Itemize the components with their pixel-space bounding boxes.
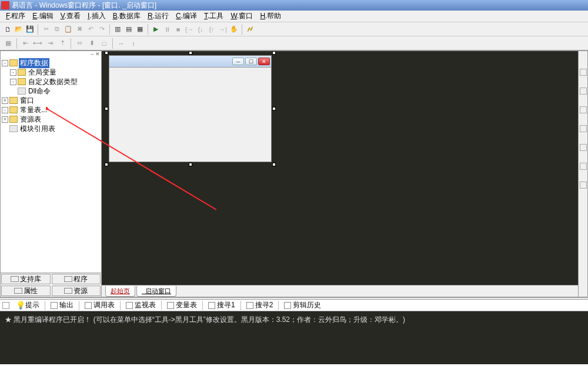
pause-icon[interactable]: ⏸ — [162, 24, 172, 35]
step-out-icon[interactable]: {↑ — [206, 24, 217, 35]
tab-variables[interactable]: 变量表 — [163, 300, 201, 311]
cut-icon[interactable]: ✂ — [41, 24, 51, 35]
expand-icon[interactable]: - — [10, 79, 16, 85]
breakpoint-icon[interactable]: ✋ — [229, 24, 239, 35]
tab-search1[interactable]: 搜寻1 — [204, 300, 239, 311]
step-into-icon[interactable]: {↓ — [195, 24, 206, 35]
open-icon[interactable]: 📂 — [14, 24, 24, 35]
tree-item[interactable]: -全局变量 — [2, 68, 100, 77]
center-vertical-icon[interactable]: ↕ — [128, 38, 139, 49]
tree-item[interactable]: -自定义数据类型 — [2, 77, 100, 86]
goto-icon[interactable]: →| — [218, 24, 228, 35]
layout2-icon[interactable]: ▤ — [123, 24, 134, 35]
grid-icon[interactable]: ▦ — [2, 38, 14, 49]
design-editor[interactable]: ─ ☐ ✕ 起始页 _启动窗口 — [102, 51, 579, 297]
tab-output[interactable]: 输出 — [46, 300, 78, 311]
same-width-icon[interactable]: ⬄ — [74, 38, 85, 49]
tool-icon[interactable] — [580, 163, 587, 170]
clip-icon — [284, 302, 291, 309]
paste-icon[interactable]: 📋 — [63, 24, 74, 35]
separator — [112, 38, 113, 49]
same-size-icon[interactable]: □ — [98, 38, 110, 49]
separator — [45, 301, 45, 310]
menu-help[interactable]: H.帮助 — [256, 11, 285, 21]
tab-launch-window[interactable]: _启动窗口 — [136, 286, 176, 297]
tab-start-page[interactable]: 起始页 — [105, 286, 135, 297]
align-center-icon[interactable]: ⟷ — [32, 38, 44, 49]
maximize-icon[interactable]: ☐ — [245, 58, 257, 65]
knowledge-icon[interactable]: 🗲 — [245, 24, 255, 35]
expand-icon[interactable]: + — [2, 116, 8, 123]
layout3-icon[interactable]: ▦ — [135, 24, 145, 35]
form-canvas[interactable] — [109, 68, 271, 162]
redo-icon[interactable]: ↷ — [96, 24, 107, 35]
tab-watch[interactable]: 监视表 — [122, 300, 160, 311]
menu-edit[interactable]: E.编辑 — [29, 11, 56, 21]
menu-window[interactable]: W.窗口 — [227, 11, 256, 21]
tab-clipboard[interactable]: 剪辑历史 — [280, 300, 325, 311]
form-designer[interactable]: ─ ☐ ✕ — [106, 53, 274, 164]
stop-icon[interactable]: ■ — [173, 24, 183, 35]
tree-item[interactable]: +资源表 — [2, 115, 100, 124]
expand-icon[interactable]: - — [2, 107, 8, 113]
panel-close-icon[interactable]: – ✕ — [1, 51, 101, 57]
menu-view[interactable]: V.查看 — [57, 11, 84, 21]
tree-item[interactable]: -常量表... — [2, 105, 100, 115]
undo-icon[interactable]: ↶ — [85, 24, 96, 35]
align-right-icon[interactable]: ⇥ — [44, 38, 56, 49]
new-icon[interactable]: 🗋 — [2, 24, 13, 35]
tab-support-lib[interactable]: 支持库 — [1, 274, 51, 284]
minimize-icon[interactable]: ─ — [232, 58, 244, 65]
search-icon — [246, 302, 253, 309]
tree-item[interactable]: Dll命令 — [2, 86, 100, 96]
tab-tips[interactable]: 💡提示 — [12, 300, 44, 311]
layout1-icon[interactable]: ▥ — [112, 24, 123, 35]
tab-properties[interactable]: 属性 — [1, 286, 51, 296]
separator — [120, 301, 121, 310]
pin-icon[interactable] — [2, 302, 9, 309]
editor-tabs: 起始页 _启动窗口 — [102, 285, 578, 297]
separator — [242, 24, 242, 35]
save-icon[interactable]: 💾 — [25, 24, 35, 35]
copy-icon[interactable]: ⧉ — [52, 24, 62, 35]
book-icon — [11, 276, 19, 282]
tab-resources[interactable]: 资源 — [52, 286, 101, 296]
expand-icon[interactable]: + — [2, 98, 8, 104]
menu-program[interactable]: F.程序 — [2, 11, 29, 21]
separator — [16, 38, 17, 49]
tool-icon[interactable] — [580, 106, 587, 113]
align-left-icon[interactable]: ⇤ — [19, 38, 31, 49]
project-tree[interactable]: - 程序数据 -全局变量 -自定义数据类型 Dll命令 +窗口 -常量表... … — [1, 57, 101, 273]
same-height-icon[interactable]: ⬍ — [86, 38, 98, 49]
tab-calltable[interactable]: 调用表 — [81, 300, 119, 311]
search-icon — [208, 302, 215, 309]
tree-item-module-ref[interactable]: 模块引用表 — [2, 124, 100, 133]
window-title: 易语言 - Windows窗口程序 - [窗口. _启动窗口] — [12, 1, 156, 11]
center-horizontal-icon[interactable]: ↔ — [115, 38, 127, 49]
tool-icon[interactable] — [580, 182, 587, 189]
tree-root[interactable]: - 程序数据 — [2, 58, 100, 68]
menu-run[interactable]: R.运行 — [144, 11, 172, 21]
menu-bar: F.程序 E.编辑 V.查看 I.插入 B.数据库 R.运行 C.编译 T.工具… — [0, 11, 588, 22]
expand-icon[interactable]: - — [2, 60, 8, 66]
tab-search2[interactable]: 搜寻2 — [242, 300, 278, 311]
tool-icon[interactable] — [580, 125, 587, 132]
menu-insert[interactable]: I.插入 — [84, 11, 109, 21]
designed-form[interactable]: ─ ☐ ✕ — [109, 55, 272, 162]
run-icon[interactable]: ▶ — [151, 24, 161, 35]
align-top-icon[interactable]: ⇡ — [56, 38, 68, 49]
menu-tools[interactable]: T.工具 — [201, 11, 227, 21]
output-console[interactable]: ★ 黑月重编译程序已开启！ (可以在菜单中选择“工具->黑月工具”修改设置。黑月… — [0, 311, 588, 364]
tree-item[interactable]: +窗口 — [2, 96, 100, 105]
menu-compile[interactable]: C.编译 — [172, 11, 201, 21]
close-icon[interactable]: ✕ — [258, 58, 270, 65]
menu-database[interactable]: B.数据库 — [109, 11, 144, 21]
separator — [240, 301, 241, 310]
expand-icon[interactable]: - — [10, 69, 16, 76]
delete-icon[interactable]: ✖ — [74, 24, 85, 35]
tab-program[interactable]: 程序 — [52, 274, 101, 284]
tool-icon[interactable] — [580, 69, 587, 76]
tool-icon[interactable] — [580, 144, 587, 151]
tool-icon[interactable] — [580, 88, 587, 95]
step-over-icon[interactable]: {→ — [184, 24, 195, 35]
